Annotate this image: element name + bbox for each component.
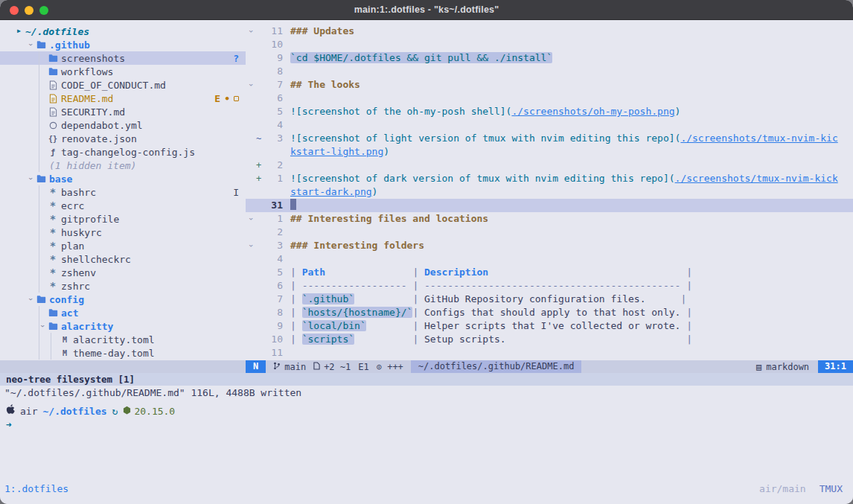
zoom-button[interactable] (39, 6, 48, 15)
editor-line[interactable]: 31 (246, 199, 853, 212)
tree-item-alacritty-toml[interactable]: Malacritty.toml (0, 333, 246, 346)
markdown-file-icon (47, 80, 59, 90)
editor-line[interactable]: 4 (246, 252, 853, 266)
tree-item-1-hidden-item[interactable]: (1 hidden item) (0, 159, 246, 172)
fold-column (246, 65, 256, 78)
chevron-down-icon[interactable]: › (27, 38, 35, 51)
git-diff-text: +2 ~1 (324, 362, 351, 372)
minimize-button[interactable] (25, 6, 33, 15)
tree-item-security-md[interactable]: SECURITY.md (0, 105, 246, 118)
tree-item-plan[interactable]: *plan (0, 239, 246, 252)
line-number: 7 (263, 78, 283, 92)
tree-item-gitprofile[interactable]: *gitprofile (0, 212, 246, 226)
editor-line[interactable]: ›7## The looks (246, 78, 853, 92)
file-diff-icon (313, 362, 320, 372)
yaml-file-icon (47, 121, 59, 130)
filetype-indicator: ▤ markdown (756, 362, 809, 372)
chevron-down-icon[interactable]: › (27, 172, 35, 185)
editor-line[interactable]: kstart-light.png) (246, 145, 853, 159)
editor-line[interactable]: 10| `scripts` | Setup scripts. | (246, 333, 853, 346)
editor-line[interactable]: +2 (246, 159, 853, 172)
fold-chevron-icon[interactable]: › (246, 239, 256, 252)
tree-item-zshenv[interactable]: *zshenv (0, 266, 246, 279)
neotree-statusline: neo-tree filesystem [1] (0, 373, 853, 386)
chevron-down-icon[interactable]: › (39, 319, 47, 333)
editor-line[interactable]: 5![screenshot of the oh-my-posh shell](.… (246, 105, 853, 118)
tree-item-label: tag-changelog-config.js (61, 147, 195, 158)
js-file-icon: ƒ (47, 148, 59, 156)
editor-line[interactable]: 2 (246, 226, 853, 239)
sign-column (256, 226, 263, 239)
tree-item-screenshots[interactable]: screenshots? (0, 51, 246, 65)
indent-guide (39, 212, 39, 226)
editor-lines[interactable]: ›11### Updates109`cd $HOME/.dotfiles && … (246, 25, 853, 360)
fold-column (246, 185, 256, 199)
editor-line[interactable]: ~3![screenshot of light version of tmux … (246, 132, 853, 145)
sign-column (256, 105, 263, 118)
fold-chevron-icon[interactable]: › (246, 25, 256, 38)
prompt-arrow: ➜ (0, 418, 853, 432)
fold-column (246, 333, 256, 346)
indent-guide (39, 279, 39, 293)
editor-line[interactable]: 6| ------------------ | ----------------… (246, 279, 853, 293)
tree-item-theme-day-toml[interactable]: Mtheme-day.toml (0, 346, 246, 360)
editor-line[interactable]: start-dark.png) (246, 185, 853, 199)
editor-line[interactable]: 7| `.github` | GitHub Repository configu… (246, 293, 853, 306)
tmux-window-name[interactable]: 1:.dotfiles (4, 483, 68, 494)
tree-item-workflows[interactable]: workflows (0, 65, 246, 78)
indent-guide (39, 65, 39, 78)
tree-item-label: alacritty.toml (73, 334, 155, 345)
indent-guide (39, 145, 39, 159)
editor-line[interactable]: 8 (246, 65, 853, 78)
fold-column (246, 172, 256, 185)
tree-item-label: zshenv (61, 267, 96, 278)
tree-item-act[interactable]: act (0, 306, 246, 319)
tmux-session-name: air/main (759, 483, 806, 494)
fold-column (246, 105, 256, 118)
sign-column (256, 185, 263, 199)
tree-item-github[interactable]: ›.github (0, 38, 246, 51)
terminal-pane[interactable]: air ~/.dotfiles ↻ 20.15.0 ➜ 1:.dotfiles … (0, 400, 853, 504)
line-number: 1 (263, 212, 283, 226)
root-triangle-icon[interactable]: ▶ (15, 25, 23, 38)
tree-item-tag-changelog-config-js[interactable]: ƒtag-changelog-config.js (0, 145, 246, 159)
tree-item-base[interactable]: ›base (0, 172, 246, 185)
tree-item-renovate-json[interactable]: {}renovate.json (0, 132, 246, 145)
editor-line[interactable]: 9| `local/bin` | Helper scripts that I'v… (246, 319, 853, 333)
tree-item-bashrc[interactable]: *bashrcI (0, 185, 246, 199)
editor-line[interactable]: ›1## Interesting files and locations (246, 212, 853, 226)
tree-item-shellcheckrc[interactable]: *shellcheckrc (0, 252, 246, 266)
tree-item-config[interactable]: ›config (0, 293, 246, 306)
editor-line[interactable]: 10 (246, 38, 853, 51)
chevron-down-icon[interactable]: › (27, 293, 35, 306)
tree-item-label: ecrc (61, 200, 84, 211)
close-button[interactable] (10, 6, 19, 15)
indent-guide (39, 92, 39, 105)
fold-chevron-icon[interactable]: › (246, 78, 256, 92)
tree-item-alacritty[interactable]: ›alacritty (0, 319, 246, 333)
editor-line[interactable]: 4 (246, 118, 853, 132)
editor-line[interactable]: 9`cd $HOME/.dotfiles && git pull && ./in… (246, 51, 853, 65)
tree-item-readme-md[interactable]: README.mdE• (0, 92, 246, 105)
editor-line[interactable]: +1![screenshot of dark version of tmux w… (246, 172, 853, 185)
tree-item-huskyrc[interactable]: *huskyrc (0, 226, 246, 239)
line-number (263, 145, 283, 159)
editor-line[interactable]: ›3### Interesting folders (246, 239, 853, 252)
tree-item-ecrc[interactable]: *ecrc (0, 199, 246, 212)
tree-item-dependabot-yml[interactable]: dependabot.yml (0, 118, 246, 132)
fold-chevron-icon[interactable]: › (246, 212, 256, 226)
mode-indicator: N (246, 360, 266, 373)
tree-item-zshrc[interactable]: *zshrc (0, 279, 246, 293)
tree-item-code-of-conduct-md[interactable]: CODE_OF_CONDUCT.md (0, 78, 246, 92)
editor-line[interactable]: 8| `hosts/{hostname}/`| Configs that sho… (246, 306, 853, 319)
editor-line[interactable]: 11 (246, 346, 853, 360)
statusline-filepath[interactable]: ~/.dotfiles/.github/README.md (411, 360, 582, 373)
git-branch[interactable]: main (273, 361, 306, 373)
editor-line[interactable]: ›11### Updates (246, 25, 853, 38)
line-number: 9 (263, 51, 283, 65)
tree-item-dotfiles[interactable]: ▶~/.dotfiles (0, 25, 246, 38)
titlebar[interactable]: main:1:.dotfiles - "ks~/.dotfiles" (0, 0, 853, 20)
editor-line[interactable]: 6 (246, 92, 853, 105)
editor-line[interactable]: 5| Path | Description | (246, 266, 853, 279)
sign-column (256, 118, 263, 132)
